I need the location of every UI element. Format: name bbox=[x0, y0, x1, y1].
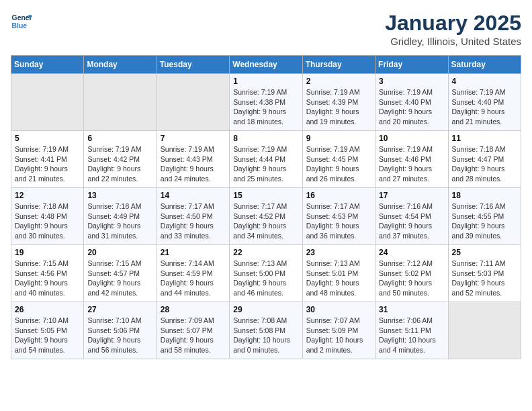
day-info: Sunrise: 7:19 AM Sunset: 4:44 PM Dayligh… bbox=[233, 144, 298, 184]
day-number: 18 bbox=[452, 191, 517, 200]
day-number: 7 bbox=[161, 134, 226, 143]
week-row-1: 1Sunrise: 7:19 AM Sunset: 4:38 PM Daylig… bbox=[11, 74, 521, 131]
week-row-4: 19Sunrise: 7:15 AM Sunset: 4:56 PM Dayli… bbox=[11, 245, 521, 302]
day-info: Sunrise: 7:16 AM Sunset: 4:54 PM Dayligh… bbox=[379, 201, 444, 241]
calendar-cell: 3Sunrise: 7:19 AM Sunset: 4:40 PM Daylig… bbox=[375, 74, 448, 131]
calendar-cell: 6Sunrise: 7:19 AM Sunset: 4:42 PM Daylig… bbox=[84, 131, 157, 188]
day-number: 29 bbox=[233, 305, 298, 314]
calendar-cell: 16Sunrise: 7:17 AM Sunset: 4:53 PM Dayli… bbox=[302, 188, 375, 245]
day-header-wednesday: Wednesday bbox=[230, 56, 302, 74]
calendar-cell: 19Sunrise: 7:15 AM Sunset: 4:56 PM Dayli… bbox=[11, 245, 84, 302]
day-info: Sunrise: 7:19 AM Sunset: 4:43 PM Dayligh… bbox=[161, 144, 226, 184]
day-number: 14 bbox=[161, 191, 226, 200]
day-number: 11 bbox=[452, 134, 517, 143]
calendar-cell: 29Sunrise: 7:08 AM Sunset: 5:08 PM Dayli… bbox=[230, 302, 302, 359]
day-info: Sunrise: 7:12 AM Sunset: 5:02 PM Dayligh… bbox=[379, 259, 444, 298]
page-header: General Blue January 2025 Gridley, Illin… bbox=[11, 11, 521, 47]
day-header-sunday: Sunday bbox=[11, 56, 84, 74]
calendar-cell: 26Sunrise: 7:10 AM Sunset: 5:05 PM Dayli… bbox=[11, 302, 84, 359]
location-subtitle: Gridley, Illinois, United States bbox=[385, 36, 521, 47]
day-info: Sunrise: 7:19 AM Sunset: 4:41 PM Dayligh… bbox=[15, 144, 80, 184]
day-header-tuesday: Tuesday bbox=[157, 56, 229, 74]
day-number: 8 bbox=[233, 134, 298, 143]
day-info: Sunrise: 7:18 AM Sunset: 4:49 PM Dayligh… bbox=[87, 201, 152, 241]
calendar-cell bbox=[84, 74, 157, 131]
calendar-cell: 18Sunrise: 7:16 AM Sunset: 4:55 PM Dayli… bbox=[448, 188, 521, 245]
calendar-cell: 30Sunrise: 7:07 AM Sunset: 5:09 PM Dayli… bbox=[302, 302, 375, 359]
calendar-cell: 12Sunrise: 7:18 AM Sunset: 4:48 PM Dayli… bbox=[11, 188, 84, 245]
logo: General Blue bbox=[11, 11, 32, 32]
calendar-cell: 2Sunrise: 7:19 AM Sunset: 4:39 PM Daylig… bbox=[302, 74, 375, 131]
calendar-cell: 31Sunrise: 7:06 AM Sunset: 5:11 PM Dayli… bbox=[375, 302, 448, 359]
day-info: Sunrise: 7:19 AM Sunset: 4:38 PM Dayligh… bbox=[233, 87, 298, 127]
day-info: Sunrise: 7:17 AM Sunset: 4:53 PM Dayligh… bbox=[306, 201, 371, 241]
header-row: SundayMondayTuesdayWednesdayThursdayFrid… bbox=[11, 56, 521, 74]
calendar-cell: 25Sunrise: 7:11 AM Sunset: 5:03 PM Dayli… bbox=[448, 245, 521, 302]
day-number: 6 bbox=[87, 134, 152, 143]
day-number: 5 bbox=[15, 134, 80, 143]
day-number: 31 bbox=[379, 305, 444, 314]
calendar-cell: 28Sunrise: 7:09 AM Sunset: 5:07 PM Dayli… bbox=[157, 302, 229, 359]
calendar-table: SundayMondayTuesdayWednesdayThursdayFrid… bbox=[11, 55, 521, 359]
day-number: 13 bbox=[87, 191, 152, 200]
calendar-cell: 23Sunrise: 7:13 AM Sunset: 5:01 PM Dayli… bbox=[302, 245, 375, 302]
day-info: Sunrise: 7:19 AM Sunset: 4:40 PM Dayligh… bbox=[379, 87, 444, 127]
calendar-cell: 10Sunrise: 7:19 AM Sunset: 4:46 PM Dayli… bbox=[375, 131, 448, 188]
day-info: Sunrise: 7:19 AM Sunset: 4:46 PM Dayligh… bbox=[379, 144, 444, 184]
day-number: 15 bbox=[233, 191, 298, 200]
day-number: 1 bbox=[233, 77, 298, 86]
day-number: 30 bbox=[306, 305, 371, 314]
calendar-cell: 22Sunrise: 7:13 AM Sunset: 5:00 PM Dayli… bbox=[230, 245, 302, 302]
calendar-cell: 15Sunrise: 7:17 AM Sunset: 4:52 PM Dayli… bbox=[230, 188, 302, 245]
day-number: 16 bbox=[306, 191, 371, 200]
calendar-cell: 11Sunrise: 7:18 AM Sunset: 4:47 PM Dayli… bbox=[448, 131, 521, 188]
day-info: Sunrise: 7:19 AM Sunset: 4:42 PM Dayligh… bbox=[87, 144, 152, 184]
week-row-5: 26Sunrise: 7:10 AM Sunset: 5:05 PM Dayli… bbox=[11, 302, 521, 359]
calendar-cell: 13Sunrise: 7:18 AM Sunset: 4:49 PM Dayli… bbox=[84, 188, 157, 245]
day-info: Sunrise: 7:19 AM Sunset: 4:40 PM Dayligh… bbox=[452, 87, 517, 127]
day-header-friday: Friday bbox=[375, 56, 448, 74]
day-info: Sunrise: 7:06 AM Sunset: 5:11 PM Dayligh… bbox=[379, 316, 444, 355]
day-number: 23 bbox=[306, 248, 371, 257]
day-info: Sunrise: 7:14 AM Sunset: 4:59 PM Dayligh… bbox=[161, 259, 226, 298]
day-number: 21 bbox=[161, 248, 226, 257]
day-number: 25 bbox=[452, 248, 517, 257]
calendar-cell: 17Sunrise: 7:16 AM Sunset: 4:54 PM Dayli… bbox=[375, 188, 448, 245]
svg-text:Blue: Blue bbox=[12, 22, 28, 30]
calendar-cell: 14Sunrise: 7:17 AM Sunset: 4:50 PM Dayli… bbox=[157, 188, 229, 245]
month-title: January 2025 bbox=[385, 11, 521, 36]
day-info: Sunrise: 7:08 AM Sunset: 5:08 PM Dayligh… bbox=[233, 316, 298, 355]
calendar-cell: 9Sunrise: 7:19 AM Sunset: 4:45 PM Daylig… bbox=[302, 131, 375, 188]
day-info: Sunrise: 7:10 AM Sunset: 5:06 PM Dayligh… bbox=[87, 316, 152, 355]
calendar-cell: 24Sunrise: 7:12 AM Sunset: 5:02 PM Dayli… bbox=[375, 245, 448, 302]
day-number: 2 bbox=[306, 77, 371, 86]
day-info: Sunrise: 7:13 AM Sunset: 5:00 PM Dayligh… bbox=[233, 259, 298, 298]
day-header-saturday: Saturday bbox=[448, 56, 521, 74]
day-number: 27 bbox=[87, 305, 152, 314]
day-info: Sunrise: 7:18 AM Sunset: 4:47 PM Dayligh… bbox=[452, 144, 517, 184]
day-number: 17 bbox=[379, 191, 444, 200]
day-number: 22 bbox=[233, 248, 298, 257]
day-number: 4 bbox=[452, 77, 517, 86]
day-number: 12 bbox=[15, 191, 80, 200]
week-row-2: 5Sunrise: 7:19 AM Sunset: 4:41 PM Daylig… bbox=[11, 131, 521, 188]
day-info: Sunrise: 7:09 AM Sunset: 5:07 PM Dayligh… bbox=[161, 316, 226, 355]
day-info: Sunrise: 7:13 AM Sunset: 5:01 PM Dayligh… bbox=[306, 259, 371, 298]
day-header-monday: Monday bbox=[84, 56, 157, 74]
day-number: 9 bbox=[306, 134, 371, 143]
day-info: Sunrise: 7:15 AM Sunset: 4:57 PM Dayligh… bbox=[87, 259, 152, 298]
day-info: Sunrise: 7:10 AM Sunset: 5:05 PM Dayligh… bbox=[15, 316, 80, 355]
week-row-3: 12Sunrise: 7:18 AM Sunset: 4:48 PM Dayli… bbox=[11, 188, 521, 245]
calendar-cell: 5Sunrise: 7:19 AM Sunset: 4:41 PM Daylig… bbox=[11, 131, 84, 188]
logo-icon: General Blue bbox=[11, 11, 32, 32]
calendar-cell bbox=[157, 74, 229, 131]
calendar-cell: 27Sunrise: 7:10 AM Sunset: 5:06 PM Dayli… bbox=[84, 302, 157, 359]
day-info: Sunrise: 7:16 AM Sunset: 4:55 PM Dayligh… bbox=[452, 201, 517, 241]
calendar-cell: 7Sunrise: 7:19 AM Sunset: 4:43 PM Daylig… bbox=[157, 131, 229, 188]
calendar-cell: 21Sunrise: 7:14 AM Sunset: 4:59 PM Dayli… bbox=[157, 245, 229, 302]
title-block: January 2025 Gridley, Illinois, United S… bbox=[385, 11, 521, 47]
day-number: 26 bbox=[15, 305, 80, 314]
day-info: Sunrise: 7:19 AM Sunset: 4:39 PM Dayligh… bbox=[306, 87, 371, 127]
day-number: 24 bbox=[379, 248, 444, 257]
day-number: 10 bbox=[379, 134, 444, 143]
